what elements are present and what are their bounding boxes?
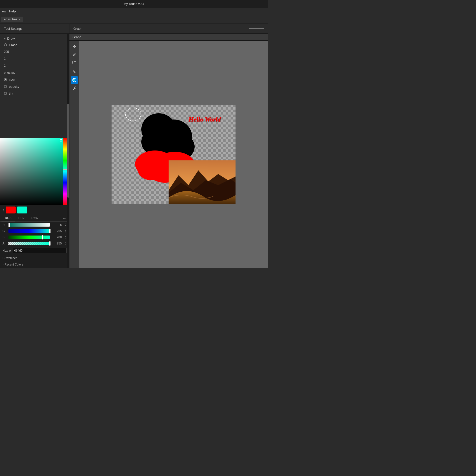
swatches-arrow: › bbox=[2, 256, 3, 260]
channel-a-slider[interactable] bbox=[8, 242, 50, 245]
channel-r-value: 6 bbox=[52, 223, 62, 227]
channel-g-slider[interactable] bbox=[8, 229, 50, 233]
tab-rgb[interactable]: RGB bbox=[1, 215, 15, 221]
scrollbar-thumb[interactable] bbox=[67, 104, 69, 198]
channel-b-up[interactable]: ▲ bbox=[64, 235, 67, 237]
erase-label: Erase bbox=[9, 43, 17, 47]
channel-b-slider[interactable] bbox=[8, 236, 50, 239]
draw-dropdown-arrow[interactable]: ▾ bbox=[4, 37, 6, 40]
size-label: size bbox=[9, 78, 15, 82]
graph-canvas: ✥ ↺ ✎ bbox=[69, 41, 268, 268]
add-tool-button[interactable]: + bbox=[71, 93, 78, 101]
channel-g-label: G bbox=[2, 229, 6, 233]
draw-label: Draw bbox=[7, 37, 15, 40]
channel-a-spinners[interactable]: ▲ ▼ bbox=[64, 241, 67, 245]
select-tool-button[interactable] bbox=[71, 60, 78, 67]
desert-image bbox=[169, 160, 236, 204]
color-swatches-row: ↕ bbox=[0, 205, 69, 215]
channel-g-down[interactable]: ▼ bbox=[64, 231, 67, 233]
color-picker-area: ↕ RGB HSV RAW ··· R 6 ▲ ▼ bbox=[0, 138, 69, 268]
canvas-area: Hello World bbox=[79, 41, 268, 268]
tool-settings-header: Tool Settings bbox=[0, 24, 69, 33]
erase-radio[interactable] bbox=[4, 43, 7, 46]
usage-label: e_usage bbox=[4, 71, 15, 74]
value-205: 205 bbox=[4, 50, 9, 54]
graph-label: Graph bbox=[69, 34, 268, 41]
channel-g-row: G 255 ▲ ▼ bbox=[0, 228, 69, 234]
channel-a-down[interactable]: ▼ bbox=[64, 243, 67, 245]
channel-r-row: R 6 ▲ ▼ bbox=[0, 222, 69, 228]
tab-bar: ed.mt.tres × bbox=[0, 15, 268, 24]
hello-world-text: Hello World bbox=[188, 116, 221, 123]
drawing-canvas[interactable]: Hello World bbox=[112, 105, 236, 204]
main-layout: ▾ Draw Erase 205 1 1 e_usage size bbox=[0, 34, 268, 268]
selection-circle bbox=[125, 108, 141, 121]
swatches-section-header[interactable]: › Swatches bbox=[0, 255, 69, 261]
channel-r-up[interactable]: ▲ bbox=[64, 223, 67, 225]
menu-item-ew[interactable]: ew bbox=[2, 9, 6, 13]
channel-b-label: B bbox=[2, 236, 6, 239]
channel-a-up[interactable]: ▲ bbox=[64, 241, 67, 243]
pencil-tool-button[interactable]: ✎ bbox=[71, 68, 78, 75]
channel-b-down[interactable]: ▼ bbox=[64, 237, 67, 239]
right-panel: Graph ✥ ↺ ✎ bbox=[69, 34, 268, 268]
recent-colors-section-header[interactable]: › Recent Colors bbox=[0, 261, 69, 268]
left-panel-scrollbar[interactable] bbox=[67, 34, 69, 268]
tab-hsv[interactable]: HSV bbox=[15, 215, 28, 221]
channel-b-spinners[interactable]: ▲ ▼ bbox=[64, 235, 67, 239]
channel-b-row: B 208 ▲ ▼ bbox=[0, 234, 69, 240]
swatch-teal[interactable] bbox=[17, 207, 27, 213]
channel-g-value: 255 bbox=[52, 229, 62, 233]
tab-close-button[interactable]: × bbox=[19, 18, 20, 21]
channel-b-thumb bbox=[42, 235, 43, 239]
channel-r-spinners[interactable]: ▲ ▼ bbox=[64, 223, 67, 227]
title-bar: My Touch v0.4 bbox=[0, 0, 268, 8]
tab-raw[interactable]: RAW bbox=[28, 215, 42, 221]
opacity-radio[interactable] bbox=[4, 85, 7, 88]
channel-r-down[interactable]: ▼ bbox=[64, 225, 67, 227]
channel-g-spinners[interactable]: ▲ ▼ bbox=[64, 229, 67, 233]
swatches-label: Swatches bbox=[4, 256, 17, 260]
opacity-row: opacity bbox=[0, 83, 69, 90]
channel-g-thumb bbox=[49, 229, 51, 233]
channel-a-label: A bbox=[2, 242, 6, 245]
color-gradient-box[interactable] bbox=[0, 138, 63, 205]
rotate-tool-button[interactable]: ↺ bbox=[71, 51, 78, 59]
left-panel: ▾ Draw Erase 205 1 1 e_usage size bbox=[0, 34, 69, 268]
tint-radio[interactable] bbox=[4, 92, 7, 95]
value-1-a: 1 bbox=[4, 57, 6, 60]
channel-r-thumb bbox=[8, 223, 10, 227]
draw-row: ▾ Draw bbox=[0, 36, 69, 41]
swatch-prev-button[interactable]: ↕ bbox=[2, 208, 4, 212]
menu-bar: ew Help bbox=[0, 8, 268, 15]
graph-header: Graph bbox=[69, 24, 268, 33]
hex-hash: # bbox=[9, 249, 11, 253]
size-radio[interactable] bbox=[4, 78, 7, 81]
paint-tool-button[interactable] bbox=[71, 76, 78, 84]
channel-a-value: 255 bbox=[52, 242, 62, 245]
move-tool-button[interactable]: ✥ bbox=[71, 43, 78, 50]
value-1-row-2: 1 bbox=[0, 62, 69, 69]
panel-headers: Tool Settings Graph bbox=[0, 24, 268, 34]
menu-item-help[interactable]: Help bbox=[9, 9, 16, 13]
svg-point-5 bbox=[75, 87, 76, 88]
file-tab[interactable]: ed.mt.tres × bbox=[1, 17, 23, 22]
tool-icons-column: ✥ ↺ ✎ bbox=[69, 41, 79, 268]
hex-input[interactable] bbox=[13, 248, 67, 253]
usage-row: e_usage bbox=[0, 69, 69, 76]
swatch-red[interactable] bbox=[6, 207, 16, 213]
channel-b-value: 208 bbox=[52, 236, 62, 239]
value-205-row: 205 bbox=[0, 48, 69, 55]
eyedropper-tool-button[interactable] bbox=[71, 85, 78, 92]
svg-point-3 bbox=[73, 79, 74, 80]
color-mode-tabs: RGB HSV RAW ··· bbox=[0, 215, 69, 222]
channel-g-up[interactable]: ▲ bbox=[64, 229, 67, 231]
color-gradient-section[interactable] bbox=[0, 138, 69, 205]
tint-label: tint bbox=[9, 92, 13, 95]
channel-r-slider[interactable] bbox=[8, 223, 50, 227]
value-1-row-1: 1 bbox=[0, 55, 69, 62]
tab-name: ed.mt.tres bbox=[4, 18, 17, 21]
more-options-button[interactable]: ··· bbox=[61, 216, 68, 220]
svg-rect-0 bbox=[73, 61, 76, 65]
hex-label: Hex bbox=[2, 249, 8, 252]
